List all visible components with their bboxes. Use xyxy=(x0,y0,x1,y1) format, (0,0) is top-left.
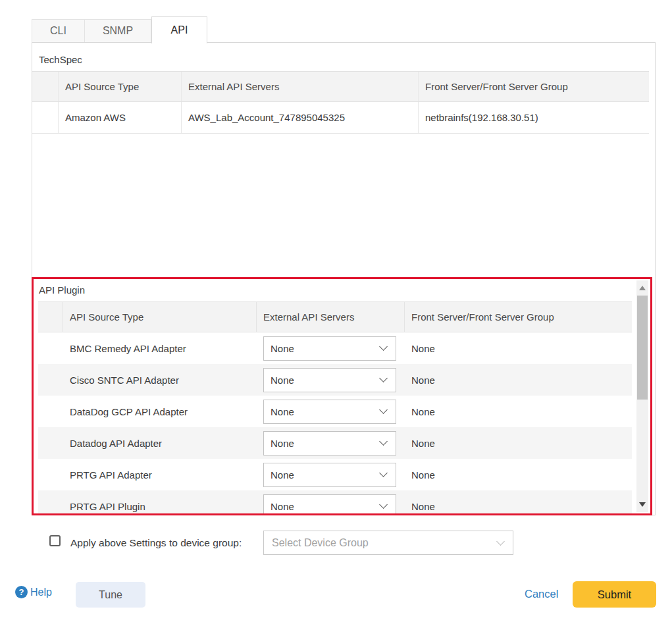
api-plugin-row-datadog-gcp: DataDog GCP API Adapter None None xyxy=(38,396,632,427)
row-selector-cell xyxy=(38,427,63,459)
vertical-scrollbar[interactable] xyxy=(636,280,648,512)
tab-api-active[interactable]: API xyxy=(151,16,207,43)
tab-cli-label: CLI xyxy=(50,25,66,37)
apply-settings-checkbox[interactable] xyxy=(49,535,61,546)
row-label: BMC Remedy API Adapter xyxy=(63,332,257,364)
external-api-servers-dropdown[interactable]: None xyxy=(263,368,396,392)
api-plugin-header-front-server: Front Server/Front Server Group xyxy=(405,302,632,332)
device-group-placeholder: Select Device Group xyxy=(272,537,369,549)
api-plugin-section-title: API Plugin xyxy=(39,284,85,296)
help-icon[interactable]: ? xyxy=(15,586,28,598)
chevron-down-icon xyxy=(379,342,388,351)
cancel-link[interactable]: Cancel xyxy=(525,588,558,600)
row-dropdown-cell: None xyxy=(257,490,405,515)
api-plugin-header-api-source-type: API Source Type xyxy=(63,302,257,332)
api-plugin-table-header: API Source Type External API Servers Fro… xyxy=(38,301,632,332)
device-group-dropdown[interactable]: Select Device Group xyxy=(263,531,513,555)
api-plugin-row-cisco-sntc: Cisco SNTC API Adapter None None xyxy=(38,364,632,396)
external-api-servers-dropdown[interactable]: None xyxy=(263,463,396,487)
techspec-header-front-server: Front Server/Front Server Group xyxy=(419,72,649,101)
external-api-servers-dropdown[interactable]: None xyxy=(263,400,396,424)
api-plugin-row-prtg-adapter: PRTG API Adapter None None xyxy=(38,459,632,490)
row-front-server-value: None xyxy=(405,459,632,490)
row-front-server-value: None xyxy=(405,427,632,459)
row-label: DataDog GCP API Adapter xyxy=(63,396,257,427)
techspec-row-front-server: netbrainfs(192.168.30.51) xyxy=(419,102,649,133)
techspec-header-api-source-type: API Source Type xyxy=(59,72,182,101)
scroll-up-arrow-icon[interactable] xyxy=(639,286,646,290)
api-plugin-row-datadog: Datadog API Adapter None None xyxy=(38,427,632,459)
dropdown-value: None xyxy=(271,501,294,512)
scroll-down-arrow-icon[interactable] xyxy=(639,502,646,507)
row-selector-cell xyxy=(38,459,63,490)
techspec-row-external-api-servers: AWS_Lab_Account_747895045325 xyxy=(182,102,419,133)
chevron-down-icon xyxy=(379,500,388,509)
row-selector-cell xyxy=(38,364,63,396)
row-label: Cisco SNTC API Adapter xyxy=(63,364,257,396)
row-dropdown-cell: None xyxy=(257,396,405,427)
row-label: PRTG API Adapter xyxy=(63,459,257,490)
techspec-row-api-source-type: Amazon AWS xyxy=(59,102,182,133)
techspec-row-selector-cell xyxy=(32,102,59,133)
row-selector-cell xyxy=(38,332,63,364)
row-dropdown-cell: None xyxy=(257,427,405,459)
help-link[interactable]: Help xyxy=(30,587,52,598)
row-selector-cell xyxy=(38,396,63,427)
row-dropdown-cell: None xyxy=(257,459,405,490)
techspec-table: API Source Type External API Servers Fro… xyxy=(32,71,649,134)
techspec-section-title: TechSpec xyxy=(39,54,82,65)
tab-snmp-label: SNMP xyxy=(103,25,133,37)
techspec-header-external-api-servers: External API Servers xyxy=(182,72,419,101)
dropdown-value: None xyxy=(271,343,294,354)
chevron-down-icon xyxy=(379,469,388,477)
external-api-servers-dropdown[interactable]: None xyxy=(263,494,396,516)
chevron-down-icon xyxy=(379,374,388,382)
api-plugin-header-external-api-servers: External API Servers xyxy=(257,302,405,332)
tune-button[interactable]: Tune xyxy=(76,582,145,608)
dropdown-value: None xyxy=(271,406,294,417)
dropdown-value: None xyxy=(271,469,294,481)
chevron-down-icon xyxy=(379,437,388,446)
submit-button[interactable]: Submit xyxy=(573,581,656,608)
row-selector-cell xyxy=(38,490,63,515)
external-api-servers-dropdown[interactable]: None xyxy=(263,431,396,456)
chevron-down-icon xyxy=(379,405,388,414)
dropdown-value: None xyxy=(271,375,294,386)
row-label: Datadog API Adapter xyxy=(63,427,257,459)
row-dropdown-cell: None xyxy=(257,364,405,396)
apply-settings-label: Apply above Settings to device group: xyxy=(70,537,242,549)
techspec-table-row[interactable]: Amazon AWS AWS_Lab_Account_747895045325 … xyxy=(32,102,649,134)
api-plugin-header-empty xyxy=(38,302,63,332)
api-plugin-section: API Plugin API Source Type External API … xyxy=(32,277,652,515)
chevron-down-icon xyxy=(496,537,505,546)
row-front-server-value: None xyxy=(405,364,632,396)
tab-cli[interactable]: CLI xyxy=(32,19,85,43)
api-plugin-table: API Source Type External API Servers Fro… xyxy=(38,301,632,515)
external-api-servers-dropdown[interactable]: None xyxy=(263,336,396,361)
api-plugin-row-prtg-plugin: PRTG API Plugin None None xyxy=(38,490,632,515)
row-front-server-value: None xyxy=(405,332,632,364)
tab-snmp[interactable]: SNMP xyxy=(84,19,151,43)
row-front-server-value: None xyxy=(405,396,632,427)
row-front-server-value: None xyxy=(405,490,632,515)
dropdown-value: None xyxy=(271,438,294,449)
techspec-header-empty xyxy=(32,72,59,101)
api-plugin-row-bmc-remedy: BMC Remedy API Adapter None None xyxy=(38,332,632,364)
row-label: PRTG API Plugin xyxy=(63,490,257,515)
scrollbar-thumb[interactable] xyxy=(637,296,648,400)
tab-api-label: API xyxy=(171,24,188,36)
row-dropdown-cell: None xyxy=(257,332,405,364)
techspec-table-header: API Source Type External API Servers Fro… xyxy=(32,71,649,102)
